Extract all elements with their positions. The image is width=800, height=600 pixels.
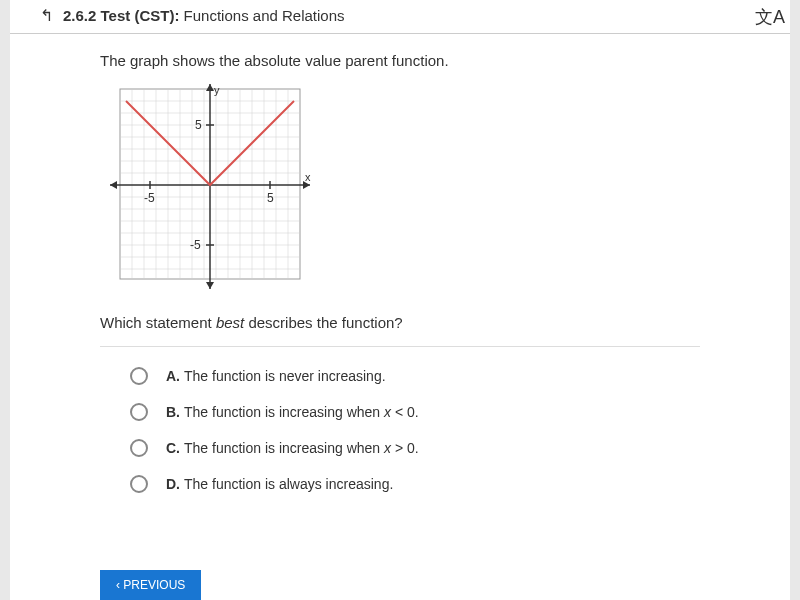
options-list: A.The function is never increasing. B.Th… — [100, 367, 700, 493]
sub-italic: best — [216, 314, 244, 331]
radio-icon[interactable] — [130, 403, 148, 421]
svg-marker-32 — [110, 181, 117, 189]
option-b[interactable]: B.The function is increasing when x < 0. — [130, 403, 700, 421]
text-d: The function is always increasing. — [184, 476, 393, 492]
radio-icon[interactable] — [130, 439, 148, 457]
var-b: x — [384, 404, 391, 420]
cond-b: < 0. — [391, 404, 419, 420]
option-c-label: C.The function is increasing when x > 0. — [166, 440, 419, 456]
test-number: 2.6.2 — [63, 7, 96, 24]
previous-button[interactable]: ‹ PREVIOUS — [100, 570, 201, 600]
letter-d: D. — [166, 476, 180, 492]
sub-suffix: describes the function? — [244, 314, 402, 331]
graph: -5 5 5 -5 y x — [100, 84, 700, 294]
sub-question: Which statement best describes the funct… — [100, 314, 700, 331]
letter-a: A. — [166, 368, 180, 384]
svg-text:y: y — [214, 84, 220, 96]
letter-c: C. — [166, 440, 180, 456]
divider — [100, 346, 700, 347]
option-d[interactable]: D.The function is always increasing. — [130, 475, 700, 493]
svg-text:5: 5 — [195, 118, 202, 132]
previous-label: PREVIOUS — [123, 578, 185, 592]
test-subject: Functions and Relations — [184, 7, 345, 24]
translate-icon[interactable]: 文A — [755, 5, 785, 29]
option-a-label: A.The function is never increasing. — [166, 368, 386, 384]
prefix-c: The function is increasing when — [184, 440, 384, 456]
radio-icon[interactable] — [130, 367, 148, 385]
var-c: x — [384, 440, 391, 456]
text-a: The function is never increasing. — [184, 368, 386, 384]
test-label-text: Test (CST): — [101, 7, 180, 24]
radio-icon[interactable] — [130, 475, 148, 493]
content-area: The graph shows the absolute value paren… — [10, 34, 790, 521]
svg-text:x: x — [305, 171, 311, 183]
svg-marker-34 — [206, 282, 214, 289]
test-title: 2.6.2 Test (CST): Functions and Relation… — [63, 7, 345, 24]
letter-b: B. — [166, 404, 180, 420]
svg-text:-5: -5 — [144, 191, 155, 205]
option-c[interactable]: C.The function is increasing when x > 0. — [130, 439, 700, 457]
option-d-label: D.The function is always increasing. — [166, 476, 393, 492]
svg-marker-33 — [206, 84, 214, 91]
graph-svg: -5 5 5 -5 y x — [100, 84, 320, 294]
sub-prefix: Which statement — [100, 314, 216, 331]
header-bar: ↰ 2.6.2 Test (CST): Functions and Relati… — [10, 0, 790, 34]
prefix-b: The function is increasing when — [184, 404, 384, 420]
page-container: ↰ 2.6.2 Test (CST): Functions and Relati… — [10, 0, 790, 600]
option-b-label: B.The function is increasing when x < 0. — [166, 404, 419, 420]
back-arrow-icon[interactable]: ↰ — [40, 6, 53, 25]
question-intro: The graph shows the absolute value paren… — [100, 52, 700, 69]
option-a[interactable]: A.The function is never increasing. — [130, 367, 700, 385]
svg-text:-5: -5 — [190, 238, 201, 252]
cond-c: > 0. — [391, 440, 419, 456]
svg-text:5: 5 — [267, 191, 274, 205]
